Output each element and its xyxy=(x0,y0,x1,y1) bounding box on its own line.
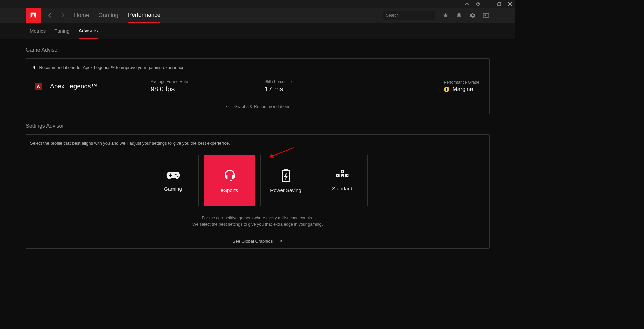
svg-point-0 xyxy=(466,3,468,5)
search-input[interactable] xyxy=(383,11,435,20)
profile-esports-label: eSports xyxy=(221,187,238,193)
svg-rect-14 xyxy=(345,174,348,177)
game-name: Apex Legends™ xyxy=(50,83,151,90)
recommendation-text: Recommendations for Apex Legends™ to imp… xyxy=(39,65,184,70)
profile-power-saving-label: Power Saving xyxy=(270,187,301,193)
profile-gaming-label: Gaming xyxy=(164,186,182,192)
window-titlebar xyxy=(0,0,515,8)
apex-legends-icon xyxy=(35,83,42,90)
chevron-down-icon xyxy=(225,104,230,109)
tab-performance[interactable]: Performance xyxy=(128,8,160,23)
p95-value: 17 ms xyxy=(265,85,382,93)
profile-desc-line2: We select the best settings to give you … xyxy=(26,221,489,228)
recommendations-summary: 4 Recommendations for Apex Legends™ to i… xyxy=(29,59,487,75)
profile-desc-line1: For the competitive gamers where every m… xyxy=(26,215,489,221)
sidebar-toggle-icon[interactable] xyxy=(483,13,489,18)
tab-home[interactable]: Home xyxy=(74,8,89,23)
warning-icon: ! xyxy=(444,87,449,92)
settings-advisor-panel: Select the profile that best aligns with… xyxy=(26,134,490,249)
minimize-icon[interactable] xyxy=(486,2,491,6)
profile-gaming[interactable]: Gaming xyxy=(148,155,199,206)
see-global-graphics-link[interactable]: See Global Graphics xyxy=(29,234,487,248)
close-icon[interactable] xyxy=(508,2,512,6)
subtab-tuning[interactable]: Tuning xyxy=(54,23,69,39)
profile-standard[interactable]: Standard xyxy=(317,155,368,206)
standard-icon xyxy=(336,170,349,180)
svg-rect-8 xyxy=(483,13,489,17)
external-link-icon xyxy=(279,239,283,243)
amd-logo[interactable] xyxy=(26,8,41,23)
profile-power-saving[interactable]: Power Saving xyxy=(260,155,311,206)
settings-advisor-description: Select the profile that best aligns with… xyxy=(26,135,489,152)
settings-icon[interactable] xyxy=(469,12,476,18)
afr-label: Average Frame Rate xyxy=(151,79,265,84)
svg-rect-12 xyxy=(336,174,339,177)
game-stats-row: Apex Legends™ Average Frame Rate 98.0 fp… xyxy=(29,75,487,99)
nav-back-button[interactable] xyxy=(47,12,53,18)
profile-description: For the competitive gamers where every m… xyxy=(26,212,489,234)
maximize-icon[interactable] xyxy=(497,2,502,6)
grade-value: Marginal xyxy=(453,86,475,93)
headset-icon xyxy=(223,169,236,182)
game-advisor-title: Game Advisor xyxy=(26,47,490,53)
notifications-icon[interactable] xyxy=(456,12,462,18)
settings-advisor-title: Settings Advisor xyxy=(26,123,490,129)
grade-label: Performance Grade xyxy=(444,80,479,85)
recommendation-count: 4 xyxy=(33,65,35,70)
svg-rect-3 xyxy=(498,3,500,6)
profile-selector: Gaming eSports Power Saving Standard xyxy=(26,152,489,212)
profile-esports[interactable]: eSports xyxy=(204,155,255,206)
nav-forward-button[interactable] xyxy=(60,12,66,18)
game-advisor-panel: 4 Recommendations for Apex Legends™ to i… xyxy=(26,58,490,114)
expand-label: Graphs & Recommendations xyxy=(234,104,290,109)
expand-graphs-button[interactable]: Graphs & Recommendations xyxy=(26,99,489,114)
gamepad-icon xyxy=(166,170,181,181)
battery-icon xyxy=(281,169,291,182)
help-icon[interactable] xyxy=(476,2,480,6)
top-navigation: Home Gaming Performance xyxy=(0,8,515,23)
subtab-advisors[interactable]: Advisors xyxy=(79,23,98,39)
favorites-icon[interactable] xyxy=(443,12,449,18)
profile-standard-label: Standard xyxy=(332,186,352,191)
tab-gaming[interactable]: Gaming xyxy=(98,8,118,23)
search-field[interactable] xyxy=(386,13,436,18)
sub-navigation: Metrics Tuning Advisors xyxy=(0,23,515,39)
afr-value: 98.0 fps xyxy=(151,85,265,93)
footer-link-label: See Global Graphics xyxy=(233,239,273,244)
bug-icon[interactable] xyxy=(465,2,469,6)
p95-label: 95th Percentile xyxy=(265,79,382,84)
subtab-metrics[interactable]: Metrics xyxy=(30,23,46,39)
